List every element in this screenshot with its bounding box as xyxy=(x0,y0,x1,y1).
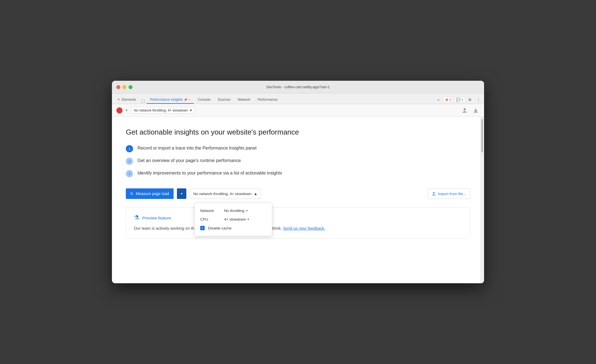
measure-dropdown-arrow-icon: ▾ xyxy=(181,192,182,196)
more-tabs-button[interactable]: » xyxy=(435,97,442,103)
import-from-file-button[interactable]: Import from file... xyxy=(428,188,470,199)
close-button[interactable] xyxy=(116,85,120,89)
step-item-3: 3 Identify improvements to your performa… xyxy=(126,170,470,177)
message-badge-button[interactable]: 💬 1 xyxy=(454,97,465,103)
feedback-link[interactable]: Send us your feedback. xyxy=(283,226,325,231)
more-options-button[interactable]: ⋮ xyxy=(475,97,482,103)
preview-feature-text: Our team is actively working on this fea… xyxy=(134,225,462,232)
measure-button-label: Measure page load xyxy=(136,191,169,196)
tab-sources[interactable]: Sources xyxy=(214,96,234,104)
scrollbar[interactable] xyxy=(480,117,484,283)
tab-network[interactable]: Network xyxy=(234,96,254,104)
error-badge-button[interactable]: ⊗ 1 xyxy=(443,97,453,103)
devtools-window: DevTools - coffee-cart.netlify.app/?ad=1… xyxy=(112,81,484,283)
cpu-value: 4× slowdown xyxy=(224,217,246,221)
main-content: Get actionable insights on your website'… xyxy=(112,117,484,283)
disable-cache-label: Disable cache xyxy=(208,226,232,230)
network-select[interactable]: No throttling ▾ xyxy=(224,209,248,213)
tabbar: ↖ Elements ⬚ Performance insights 📌 × Co… xyxy=(112,93,484,104)
cpu-chevron-icon: ▾ xyxy=(247,218,249,221)
message-icon: 💬 xyxy=(456,98,460,102)
tab-sources-label: Sources xyxy=(218,98,231,102)
step-item-1: 1 Record or import a trace into the Perf… xyxy=(126,145,470,152)
throttle-settings-popup: Network No throttling ▾ CPU 4× slowdown … xyxy=(194,203,272,236)
disable-cache-checkbox[interactable]: ✓ xyxy=(200,226,205,230)
network-chevron-icon: ▾ xyxy=(246,209,248,213)
tab-elements[interactable]: ↖ Elements xyxy=(114,96,139,104)
record-dropdown-chevron[interactable]: ▾ xyxy=(126,108,127,112)
throttle-dropdown[interactable]: No network throttling, 4× slowdown ▲ xyxy=(190,188,261,199)
download-button[interactable] xyxy=(472,107,480,114)
preview-feature-title: Preview feature xyxy=(142,216,171,220)
measure-page-load-button[interactable]: ↻ Measure page load xyxy=(126,188,174,199)
action-row: ↻ Measure page load ▾ No network throttl… xyxy=(126,188,470,199)
cursor-icon: ↖ xyxy=(117,97,121,102)
disable-cache-row[interactable]: ✓ Disable cache xyxy=(200,224,266,232)
preview-header: ⚗ Preview feature xyxy=(134,214,462,221)
error-icon: ⊗ xyxy=(445,97,449,102)
hero-title: Get actionable insights on your website'… xyxy=(126,128,470,136)
steps-list: 1 Record or import a trace into the Perf… xyxy=(126,145,470,177)
network-label: Network xyxy=(200,209,220,213)
step-text-2: Get an overview of your page's runtime p… xyxy=(137,157,241,164)
throttle-dropdown-label: No network throttling, 4× slowdown xyxy=(193,192,252,196)
tab-console[interactable]: Console xyxy=(194,96,214,104)
error-count: 1 xyxy=(449,98,451,102)
vertical-dots-icon: ⋮ xyxy=(477,98,480,102)
throttle-select-arrow: ▾ xyxy=(190,108,192,112)
tabbar-right: » ⊗ 1 💬 1 ⚙ ⋮ xyxy=(435,97,482,104)
upload-button[interactable] xyxy=(461,107,469,114)
tab-network-label: Network xyxy=(238,98,251,102)
step-number-1: 1 xyxy=(126,145,133,152)
maximize-button[interactable] xyxy=(129,85,132,89)
tab-elements-label: Elements xyxy=(122,98,136,102)
checkmark-icon: ✓ xyxy=(201,226,204,230)
tab-console-label: Console xyxy=(198,98,211,102)
tab-performance-insights-label: Performance insights xyxy=(150,98,182,102)
scrollbar-thumb[interactable] xyxy=(481,119,483,152)
step-number-3: 3 xyxy=(126,170,133,177)
settings-button[interactable]: ⚙ xyxy=(466,97,474,103)
throttle-select-toolbar[interactable]: No network throttling, 4× slowdown ▾ xyxy=(131,107,195,114)
tab-performance-label: Performance xyxy=(258,98,278,102)
preview-feature-card: ⚗ Preview feature Our team is actively w… xyxy=(126,207,470,239)
measure-dropdown-button[interactable]: ▾ xyxy=(177,188,186,199)
tab-close-icon[interactable]: × xyxy=(189,98,191,101)
traffic-lights xyxy=(116,85,132,89)
throttle-dropdown-chevron: ▲ xyxy=(254,192,257,196)
message-count: 1 xyxy=(461,98,463,102)
record-button[interactable] xyxy=(116,107,122,113)
step-text-3: Identify improvements to your performanc… xyxy=(137,170,282,176)
step-text-1: Record or import a trace into the Perfor… xyxy=(137,145,257,151)
window-title: DevTools - coffee-cart.netlify.app/?ad=1 xyxy=(266,85,330,89)
minimize-button[interactable] xyxy=(122,85,126,89)
flask-icon: ⚗ xyxy=(134,214,139,221)
throttle-select-label: No network throttling, 4× slowdown xyxy=(134,108,188,112)
toolbar: ▾ No network throttling, 4× slowdown ▾ xyxy=(112,104,484,117)
cpu-label: CPU xyxy=(200,217,220,221)
refresh-icon: ↻ xyxy=(130,191,134,196)
tab-performance[interactable]: Performance xyxy=(254,96,281,104)
network-row: Network No throttling ▾ xyxy=(200,206,266,215)
import-btn-label: Import from file... xyxy=(438,192,466,196)
cpu-select[interactable]: 4× slowdown ▾ xyxy=(224,217,249,221)
step-number-2: 2 xyxy=(126,158,133,165)
cpu-row: CPU 4× slowdown ▾ xyxy=(200,215,266,224)
gear-icon: ⚙ xyxy=(468,98,472,102)
tab-performance-insights[interactable]: Performance insights 📌 × xyxy=(147,96,194,104)
pin-icon: 📌 xyxy=(184,98,187,101)
titlebar: DevTools - coffee-cart.netlify.app/?ad=1 xyxy=(112,81,484,93)
tab-layers-icon-area: ⬚ xyxy=(140,98,146,104)
network-value: No throttling xyxy=(224,209,244,213)
layers-icon: ⬚ xyxy=(141,98,145,103)
step-item-2: 2 Get an overview of your page's runtime… xyxy=(126,157,470,165)
